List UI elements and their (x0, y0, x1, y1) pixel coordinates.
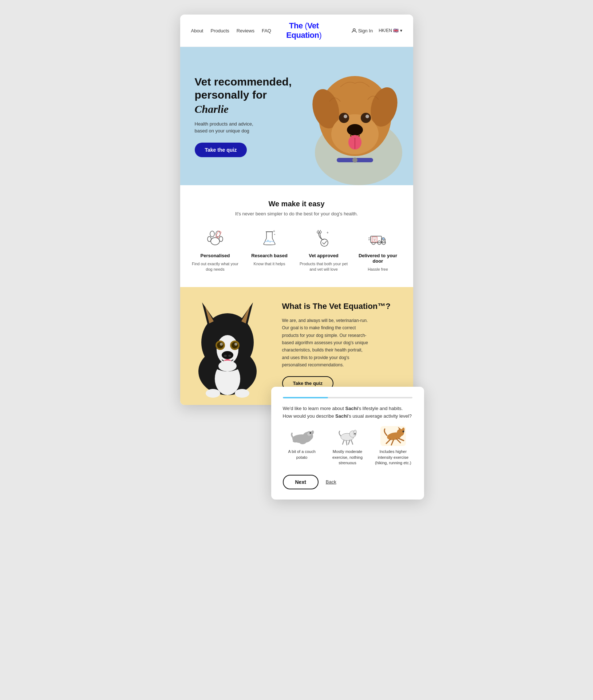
svg-point-52 (234, 343, 237, 346)
hero-dog-name: Charlie (195, 103, 297, 115)
feature-delivery-name: Delivered to your door (354, 253, 402, 264)
nav-products[interactable]: Products (210, 28, 229, 33)
quiz-learn-prefix: We'd like to learn more about (283, 406, 345, 411)
quiz-options: A bit of a couch potato (283, 426, 412, 466)
hero-subtitle: Health products and advice,based on your… (195, 120, 297, 135)
quiz-back-link[interactable]: Back (326, 479, 336, 485)
svg-point-29 (319, 231, 321, 233)
hero-cta-button[interactable]: Take the quiz (195, 143, 247, 157)
svg-point-58 (206, 389, 220, 398)
svg-point-76 (354, 433, 356, 434)
main-website-card: About Products Reviews FAQ The (Vet Equa… (180, 15, 413, 405)
svg-point-6 (339, 113, 349, 123)
quiz-next-button[interactable]: Next (283, 475, 319, 489)
svg-point-51 (220, 343, 223, 346)
svg-line-74 (348, 440, 350, 444)
svg-point-25 (267, 240, 269, 242)
site-logo[interactable]: The (Vet Equation) (271, 21, 337, 40)
nav-about[interactable]: About (191, 28, 203, 33)
svg-point-53 (222, 351, 233, 359)
svg-point-7 (361, 113, 371, 123)
feature-research-desc: Know that it helps (254, 261, 285, 267)
border-collie-svg (180, 291, 275, 401)
quiz-q-suffix: 's usual average activity level? (348, 413, 412, 419)
svg-point-15 (210, 231, 214, 237)
features-section: We make it easy It's never been simpler … (180, 185, 413, 287)
svg-line-81 (391, 440, 394, 445)
svg-point-17 (211, 238, 220, 245)
feature-delivery-desc: Hassle free (368, 267, 388, 272)
svg-point-18 (207, 236, 211, 242)
svg-point-84 (402, 431, 404, 433)
svg-line-75 (351, 440, 353, 444)
svg-point-54 (224, 355, 227, 357)
truck-icon: V (368, 228, 388, 248)
hero-title: Vet recommended, personally for (195, 75, 297, 102)
couch-dog-icon (289, 426, 315, 446)
golden-dog-svg (293, 51, 410, 185)
feature-personalised-name: Personalised (201, 253, 230, 258)
feature-research: + + Research based Know that it helps (245, 228, 294, 273)
feature-vet-desc: Products that both your pet and vet will… (300, 261, 348, 273)
quiz-learn-text: We'd like to learn more about Sachi's li… (283, 406, 412, 411)
feature-research-name: Research based (251, 253, 288, 258)
feature-vet-name: Vet approved (309, 253, 339, 258)
about-dog-image (180, 291, 275, 401)
quiz-option-couch-label: A bit of a couch potato (283, 449, 321, 460)
quiz-option-couch[interactable]: A bit of a couch potato (283, 426, 321, 466)
quiz-card: We'd like to learn more about Sachi's li… (271, 387, 424, 499)
features-grid: Personalised Find out exactly what your … (191, 228, 402, 273)
svg-point-19 (219, 236, 223, 242)
quiz-actions: Next Back (283, 475, 412, 489)
svg-text:+: + (274, 233, 276, 236)
svg-line-73 (346, 441, 347, 445)
nav-faq[interactable]: FAQ (262, 28, 271, 33)
svg-point-59 (235, 389, 249, 398)
language-selector[interactable]: HK/EN 🇬🇧 ▾ (379, 28, 402, 33)
quiz-learn-suffix: 's lifestyle and habits. (358, 406, 403, 411)
svg-line-72 (343, 440, 344, 444)
nav-reviews[interactable]: Reviews (237, 28, 254, 33)
quiz-option-active-label: Includes higher intensity exercise (hiki… (374, 449, 412, 466)
svg-point-10 (347, 124, 363, 136)
walking-dog-icon (335, 426, 360, 446)
nav-right: Sign In HK/EN 🇬🇧 ▾ (337, 28, 402, 33)
svg-point-71 (353, 430, 357, 435)
svg-point-60 (218, 361, 237, 371)
hero-content: Vet recommended, personally for Charlie … (195, 75, 297, 172)
svg-rect-34 (382, 238, 384, 240)
quiz-progress-bar (283, 397, 412, 398)
lang-label: HK/EN 🇬🇧 (379, 28, 399, 33)
signin-button[interactable]: Sign In (352, 28, 373, 33)
hero-title-line1: Vet recommended, (195, 76, 292, 88)
nav-links: About Products Reviews FAQ (191, 28, 271, 33)
hero-section: Vet recommended, personally for Charlie … (180, 47, 413, 185)
about-title: What is The Vet Equation™? (282, 302, 399, 311)
paw-icon (205, 228, 225, 248)
flask-icon: + + (259, 228, 280, 248)
features-title: We make it easy (191, 200, 402, 208)
svg-line-80 (386, 439, 391, 444)
svg-point-0 (353, 29, 355, 31)
svg-point-8 (344, 115, 347, 118)
svg-point-27 (321, 239, 328, 246)
quiz-progress-fill (283, 397, 328, 398)
svg-line-83 (399, 438, 404, 441)
svg-point-28 (317, 231, 319, 233)
quiz-option-moderate[interactable]: Mostly moderate exercise, nothing strenu… (328, 426, 367, 466)
feature-personalised-desc: Find out exactly what your dog needs (191, 261, 240, 273)
quiz-dog-name-learn: Sachi (345, 406, 358, 411)
svg-point-50 (232, 342, 238, 349)
hero-title-line2: personally for (195, 89, 267, 101)
about-text: We are, and always will be, veterinarian… (282, 317, 369, 369)
user-icon (352, 28, 357, 33)
quiz-option-moderate-label: Mostly moderate exercise, nothing strenu… (328, 449, 367, 466)
quiz-option-active[interactable]: Includes higher intensity exercise (hiki… (374, 426, 412, 466)
logo-bracket-close: ) (319, 31, 321, 40)
hero-dog-image (289, 51, 413, 185)
svg-point-49 (217, 342, 224, 349)
signin-label: Sign In (358, 28, 373, 33)
svg-point-14 (352, 158, 357, 163)
svg-point-26 (269, 241, 271, 243)
quiz-question: How would you describe Sachi's usual ave… (283, 413, 412, 419)
